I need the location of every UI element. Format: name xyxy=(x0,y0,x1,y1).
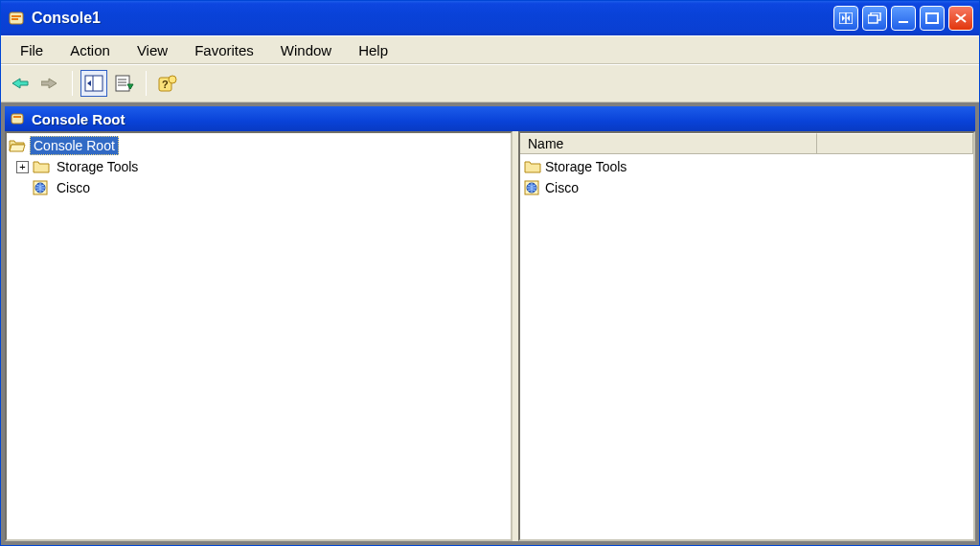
folder-icon xyxy=(33,159,50,174)
expand-icon[interactable]: + xyxy=(16,161,29,173)
svg-rect-18 xyxy=(116,76,129,91)
tree-item-label: Storage Tools xyxy=(54,158,141,175)
list-item-cisco[interactable]: Cisco xyxy=(524,177,969,198)
restore-down-button[interactable] xyxy=(862,6,887,31)
svg-rect-10 xyxy=(926,13,938,23)
show-hide-tree-button[interactable] xyxy=(80,70,107,97)
tree-item-root[interactable]: Console Root xyxy=(7,135,511,156)
expand-placeholder xyxy=(16,182,29,194)
list-item-storage-tools[interactable]: Storage Tools xyxy=(524,156,969,177)
export-list-button[interactable] xyxy=(111,70,138,97)
tree-item-label: Cisco xyxy=(54,179,93,196)
folder-open-icon xyxy=(9,138,26,153)
window-title: Console1 xyxy=(32,10,833,27)
list-pane[interactable]: Name Storage Tools Cisco xyxy=(518,131,975,541)
list-item-label: Cisco xyxy=(545,180,579,195)
tree: Console Root + Storage Tools Ci xyxy=(7,133,511,200)
maximize-button[interactable] xyxy=(920,6,945,31)
menu-help[interactable]: Help xyxy=(345,38,401,62)
svg-marker-14 xyxy=(41,79,57,88)
svg-text:?: ? xyxy=(162,79,169,90)
list-body: Storage Tools Cisco xyxy=(520,154,973,200)
toolbar-separator xyxy=(146,71,147,96)
tree-item-cisco[interactable]: Cisco xyxy=(7,177,511,198)
tree-item-label: Console Root xyxy=(30,136,119,155)
list-header: Name xyxy=(520,133,973,154)
globe-icon xyxy=(33,180,50,195)
menu-file[interactable]: File xyxy=(7,38,57,62)
svg-rect-2 xyxy=(11,18,18,20)
help-button[interactable]: ? xyxy=(154,70,181,97)
tree-item-storage-tools[interactable]: + Storage Tools xyxy=(7,156,511,177)
panel-title: Console Root xyxy=(5,106,975,131)
close-button[interactable] xyxy=(948,6,973,31)
toolbar: ? xyxy=(1,64,979,102)
svg-rect-26 xyxy=(11,114,23,124)
folder-icon xyxy=(524,159,541,174)
titlebar: Console1 xyxy=(1,1,979,35)
svg-point-25 xyxy=(169,76,176,83)
menu-action[interactable]: Action xyxy=(57,38,124,62)
back-button[interactable] xyxy=(7,70,34,97)
tree-pane[interactable]: Console Root + Storage Tools Ci xyxy=(5,131,513,541)
toolbar-separator xyxy=(72,71,73,96)
svg-marker-13 xyxy=(12,79,28,88)
menu-favorites[interactable]: Favorites xyxy=(181,38,267,62)
svg-rect-1 xyxy=(11,15,21,17)
splitter: Console Root + Storage Tools Ci xyxy=(5,131,975,541)
globe-icon xyxy=(524,180,541,195)
svg-marker-5 xyxy=(842,15,845,21)
panel-title-text: Console Root xyxy=(32,111,125,127)
svg-rect-27 xyxy=(13,116,21,118)
list-item-label: Storage Tools xyxy=(545,159,627,174)
client-area: Console Root Console Root + Storage Too xyxy=(1,102,979,545)
svg-marker-6 xyxy=(847,15,850,21)
column-header-name[interactable]: Name xyxy=(520,133,817,153)
window-controls xyxy=(833,6,973,31)
dock-left-button[interactable] xyxy=(833,6,858,31)
menu-window[interactable]: Window xyxy=(267,38,345,62)
forward-button[interactable] xyxy=(37,70,64,97)
minimize-button[interactable] xyxy=(891,6,916,31)
svg-rect-8 xyxy=(868,15,877,23)
panel-icon xyxy=(11,111,26,126)
menubar: File Action View Favorites Window Help xyxy=(1,35,979,64)
column-header-empty[interactable] xyxy=(817,133,973,153)
menu-view[interactable]: View xyxy=(124,38,181,62)
app-icon xyxy=(9,10,26,27)
